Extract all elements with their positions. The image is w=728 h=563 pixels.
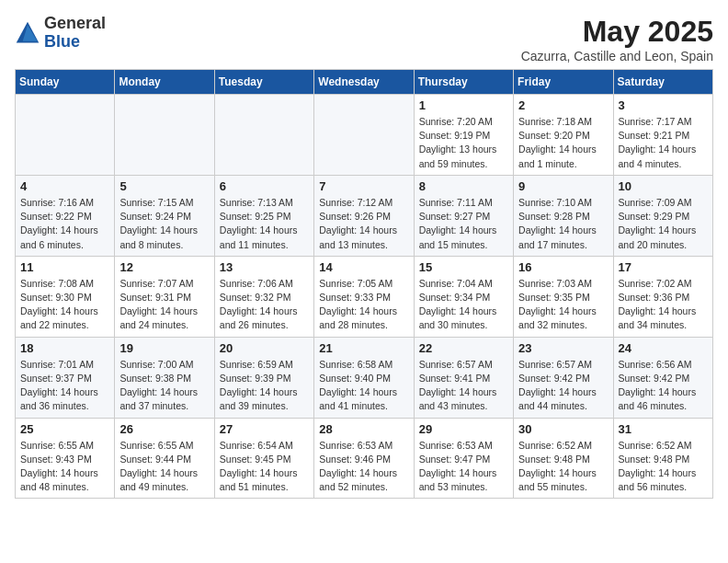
subtitle: Cazurra, Castille and Leon, Spain <box>521 49 713 63</box>
day-info: Sunrise: 6:57 AM Sunset: 9:41 PM Dayligh… <box>419 358 508 414</box>
day-info: Sunrise: 7:15 AM Sunset: 9:24 PM Dayligh… <box>119 196 209 252</box>
day-number: 22 <box>419 341 508 355</box>
day-info: Sunrise: 7:08 AM Sunset: 9:30 PM Dayligh… <box>20 277 109 333</box>
weekday-header-row: SundayMondayTuesdayWednesdayThursdayFrid… <box>16 70 713 95</box>
day-number: 29 <box>419 422 508 436</box>
day-number: 19 <box>119 341 209 355</box>
day-number: 12 <box>119 260 209 274</box>
day-number: 31 <box>619 422 708 436</box>
day-number: 24 <box>619 341 708 355</box>
day-info: Sunrise: 7:07 AM Sunset: 9:31 PM Dayligh… <box>119 277 209 333</box>
day-number: 16 <box>518 260 608 274</box>
day-info: Sunrise: 6:52 AM Sunset: 9:48 PM Dayligh… <box>518 439 608 495</box>
day-info: Sunrise: 7:01 AM Sunset: 9:37 PM Dayligh… <box>20 358 109 414</box>
day-info: Sunrise: 7:05 AM Sunset: 9:33 PM Dayligh… <box>319 277 408 333</box>
logo: General Blue <box>15 15 106 52</box>
day-number: 14 <box>319 260 408 274</box>
calendar-cell: 10Sunrise: 7:09 AM Sunset: 9:29 PM Dayli… <box>613 175 712 256</box>
calendar-week-row: 4Sunrise: 7:16 AM Sunset: 9:22 PM Daylig… <box>16 175 713 256</box>
day-number: 6 <box>220 179 309 193</box>
day-info: Sunrise: 7:11 AM Sunset: 9:27 PM Dayligh… <box>419 196 508 252</box>
day-info: Sunrise: 6:53 AM Sunset: 9:46 PM Dayligh… <box>319 439 408 495</box>
calendar-cell: 21Sunrise: 6:58 AM Sunset: 9:40 PM Dayli… <box>314 337 414 418</box>
weekday-header-monday: Monday <box>115 70 214 95</box>
calendar-cell: 16Sunrise: 7:03 AM Sunset: 9:35 PM Dayli… <box>514 256 613 337</box>
day-info: Sunrise: 6:59 AM Sunset: 9:39 PM Dayligh… <box>220 358 309 414</box>
calendar-cell <box>16 95 115 176</box>
calendar-cell: 27Sunrise: 6:54 AM Sunset: 9:45 PM Dayli… <box>214 418 313 499</box>
weekday-header-tuesday: Tuesday <box>214 70 313 95</box>
logo-general-text: General <box>44 15 106 33</box>
day-number: 7 <box>319 179 408 193</box>
day-info: Sunrise: 6:55 AM Sunset: 9:44 PM Dayligh… <box>119 439 209 495</box>
day-number: 20 <box>220 341 309 355</box>
calendar-cell: 1Sunrise: 7:20 AM Sunset: 9:19 PM Daylig… <box>414 95 513 176</box>
calendar-cell: 24Sunrise: 6:56 AM Sunset: 9:42 PM Dayli… <box>613 337 712 418</box>
day-info: Sunrise: 7:20 AM Sunset: 9:19 PM Dayligh… <box>419 115 508 171</box>
day-number: 26 <box>119 422 209 436</box>
logo-icon <box>15 20 40 46</box>
day-number: 13 <box>220 260 309 274</box>
day-info: Sunrise: 6:53 AM Sunset: 9:47 PM Dayligh… <box>419 439 508 495</box>
calendar-cell: 2Sunrise: 7:18 AM Sunset: 9:20 PM Daylig… <box>514 95 613 176</box>
calendar-cell: 29Sunrise: 6:53 AM Sunset: 9:47 PM Dayli… <box>414 418 513 499</box>
calendar-cell: 3Sunrise: 7:17 AM Sunset: 9:21 PM Daylig… <box>613 95 712 176</box>
calendar-cell: 9Sunrise: 7:10 AM Sunset: 9:28 PM Daylig… <box>514 175 613 256</box>
day-info: Sunrise: 6:52 AM Sunset: 9:48 PM Dayligh… <box>619 439 708 495</box>
calendar-cell: 13Sunrise: 7:06 AM Sunset: 9:32 PM Dayli… <box>214 256 313 337</box>
day-number: 15 <box>419 260 508 274</box>
day-number: 17 <box>619 260 708 274</box>
calendar-cell: 7Sunrise: 7:12 AM Sunset: 9:26 PM Daylig… <box>314 175 414 256</box>
calendar-week-row: 25Sunrise: 6:55 AM Sunset: 9:43 PM Dayli… <box>16 418 713 499</box>
day-info: Sunrise: 6:58 AM Sunset: 9:40 PM Dayligh… <box>319 358 408 414</box>
calendar-cell: 31Sunrise: 6:52 AM Sunset: 9:48 PM Dayli… <box>613 418 712 499</box>
day-number: 23 <box>518 341 608 355</box>
calendar-cell: 17Sunrise: 7:02 AM Sunset: 9:36 PM Dayli… <box>613 256 712 337</box>
day-info: Sunrise: 7:12 AM Sunset: 9:26 PM Dayligh… <box>319 196 408 252</box>
day-number: 5 <box>119 179 209 193</box>
calendar-cell: 6Sunrise: 7:13 AM Sunset: 9:25 PM Daylig… <box>214 175 313 256</box>
day-number: 18 <box>20 341 109 355</box>
calendar-cell: 20Sunrise: 6:59 AM Sunset: 9:39 PM Dayli… <box>214 337 313 418</box>
calendar-cell <box>214 95 313 176</box>
calendar-cell: 22Sunrise: 6:57 AM Sunset: 9:41 PM Dayli… <box>414 337 513 418</box>
day-number: 2 <box>518 98 608 112</box>
calendar-cell: 4Sunrise: 7:16 AM Sunset: 9:22 PM Daylig… <box>16 175 115 256</box>
calendar-cell: 18Sunrise: 7:01 AM Sunset: 9:37 PM Dayli… <box>16 337 115 418</box>
calendar-cell <box>115 95 214 176</box>
title-block: May 2025 Cazurra, Castille and Leon, Spa… <box>521 15 713 63</box>
day-info: Sunrise: 7:18 AM Sunset: 9:20 PM Dayligh… <box>518 115 608 171</box>
calendar-week-row: 11Sunrise: 7:08 AM Sunset: 9:30 PM Dayli… <box>16 256 713 337</box>
calendar-cell: 11Sunrise: 7:08 AM Sunset: 9:30 PM Dayli… <box>16 256 115 337</box>
calendar-cell: 19Sunrise: 7:00 AM Sunset: 9:38 PM Dayli… <box>115 337 214 418</box>
day-info: Sunrise: 7:03 AM Sunset: 9:35 PM Dayligh… <box>518 277 608 333</box>
day-info: Sunrise: 7:00 AM Sunset: 9:38 PM Dayligh… <box>119 358 209 414</box>
weekday-header-sunday: Sunday <box>16 70 115 95</box>
day-info: Sunrise: 6:55 AM Sunset: 9:43 PM Dayligh… <box>20 439 109 495</box>
calendar-cell: 23Sunrise: 6:57 AM Sunset: 9:42 PM Dayli… <box>514 337 613 418</box>
day-info: Sunrise: 6:56 AM Sunset: 9:42 PM Dayligh… <box>619 358 708 414</box>
weekday-header-saturday: Saturday <box>613 70 712 95</box>
day-number: 3 <box>619 98 708 112</box>
calendar-cell: 8Sunrise: 7:11 AM Sunset: 9:27 PM Daylig… <box>414 175 513 256</box>
calendar-cell: 25Sunrise: 6:55 AM Sunset: 9:43 PM Dayli… <box>16 418 115 499</box>
weekday-header-wednesday: Wednesday <box>314 70 414 95</box>
weekday-header-friday: Friday <box>514 70 613 95</box>
day-number: 21 <box>319 341 408 355</box>
calendar-cell: 12Sunrise: 7:07 AM Sunset: 9:31 PM Dayli… <box>115 256 214 337</box>
main-title: May 2025 <box>521 15 713 49</box>
day-number: 28 <box>319 422 408 436</box>
calendar-week-row: 1Sunrise: 7:20 AM Sunset: 9:19 PM Daylig… <box>16 95 713 176</box>
calendar-table: SundayMondayTuesdayWednesdayThursdayFrid… <box>15 69 713 499</box>
day-info: Sunrise: 6:54 AM Sunset: 9:45 PM Dayligh… <box>220 439 309 495</box>
day-number: 11 <box>20 260 109 274</box>
day-info: Sunrise: 6:57 AM Sunset: 9:42 PM Dayligh… <box>518 358 608 414</box>
day-number: 1 <box>419 98 508 112</box>
page-header: General Blue May 2025 Cazurra, Castille … <box>15 15 713 63</box>
calendar-cell: 26Sunrise: 6:55 AM Sunset: 9:44 PM Dayli… <box>115 418 214 499</box>
day-info: Sunrise: 7:06 AM Sunset: 9:32 PM Dayligh… <box>220 277 309 333</box>
day-info: Sunrise: 7:10 AM Sunset: 9:28 PM Dayligh… <box>518 196 608 252</box>
calendar-cell: 5Sunrise: 7:15 AM Sunset: 9:24 PM Daylig… <box>115 175 214 256</box>
calendar-cell: 28Sunrise: 6:53 AM Sunset: 9:46 PM Dayli… <box>314 418 414 499</box>
calendar-cell: 15Sunrise: 7:04 AM Sunset: 9:34 PM Dayli… <box>414 256 513 337</box>
